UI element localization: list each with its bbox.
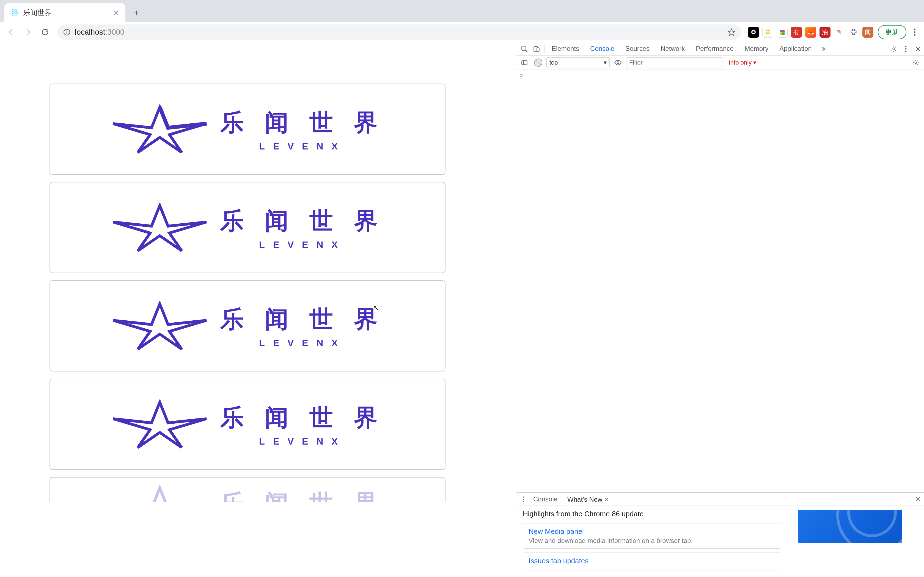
drawer-body: Highlights from the Chrome 86 update New…: [516, 506, 924, 577]
chevron-down-icon: ▾: [604, 59, 607, 66]
tab-elements[interactable]: Elements: [546, 42, 585, 55]
logo-text-en: LEVENX: [259, 239, 346, 250]
whats-new-heading: Highlights from the Chrome 86 update: [523, 510, 781, 518]
extension-icon[interactable]: ✪: [762, 27, 773, 38]
more-tabs-icon[interactable]: [817, 42, 829, 55]
logo-text-en: LEVENX: [259, 338, 346, 348]
new-tab-button[interactable]: +: [130, 6, 143, 19]
react-favicon-icon: [10, 8, 19, 17]
profile-avatar[interactable]: 闻: [863, 27, 873, 38]
live-expression-icon[interactable]: [612, 57, 624, 68]
logo-text-en: LEVENX: [259, 436, 346, 447]
browser-tab[interactable]: 乐闻世界: [5, 3, 125, 22]
console-sidebar-toggle-icon[interactable]: [519, 57, 530, 68]
toolbar: localhost:3000 ✪ 有 🦊 油 ✎ 闻 更新: [0, 22, 924, 42]
svg-point-29: [523, 501, 524, 502]
device-toggle-icon[interactable]: [530, 42, 543, 55]
reload-button[interactable]: [38, 25, 52, 39]
drawer-close-icon[interactable]: [912, 493, 924, 506]
svg-rect-12: [782, 32, 785, 35]
bookmark-star-icon[interactable]: [728, 28, 735, 36]
console-settings-icon[interactable]: [910, 57, 921, 68]
svg-point-26: [915, 62, 917, 63]
svg-point-28: [523, 499, 524, 500]
logo-card: 乐 闻 世 界LEVENX: [50, 379, 446, 470]
logo-card: 乐 闻 世 界LEVENX: [50, 477, 446, 502]
whats-new-card[interactable]: Issues tab updates: [523, 553, 781, 571]
svg-point-19: [893, 48, 895, 50]
console-toolbar: top ▾ Info only ▾: [516, 55, 924, 70]
logo-card: 乐 闻 世 界LEVENX: [50, 182, 446, 273]
logo-text-en: LEVENX: [259, 141, 346, 152]
extension-icon[interactable]: ✎: [834, 27, 845, 38]
forward-button[interactable]: [21, 25, 35, 39]
drawer-tabs: Console What's New ✕: [516, 493, 924, 506]
svg-point-13: [914, 29, 916, 30]
inspect-element-icon[interactable]: [519, 42, 530, 55]
site-info-icon[interactable]: [63, 29, 70, 36]
svg-point-27: [523, 496, 524, 498]
logo-text-cn: 乐 闻 世 界: [220, 487, 385, 502]
log-level-select[interactable]: Info only ▾: [725, 57, 760, 68]
devtools-menu-icon[interactable]: [900, 42, 912, 55]
tab-strip: 乐闻世界 +: [0, 0, 924, 22]
tab-title: 乐闻世界: [23, 8, 108, 18]
devtools-tabs: Elements Console Sources Network Perform…: [516, 42, 924, 55]
browser-window: 乐闻世界 + localhost:3000: [0, 0, 924, 577]
url-text: localhost:3000: [75, 28, 723, 37]
console-filter-input[interactable]: [626, 57, 722, 68]
svg-rect-10: [782, 30, 785, 32]
tab-application[interactable]: Application: [774, 42, 817, 55]
svg-rect-18: [537, 48, 539, 51]
extension-icon[interactable]: 油: [819, 27, 830, 38]
close-tab-icon[interactable]: [112, 9, 120, 16]
star-icon: [110, 400, 209, 449]
clear-console-icon[interactable]: [533, 57, 544, 68]
svg-point-21: [905, 48, 907, 50]
extension-icon[interactable]: [748, 27, 759, 38]
context-select[interactable]: top ▾: [546, 57, 610, 68]
devtools-close-icon[interactable]: [912, 42, 924, 55]
levenx-logo: 乐 闻 世 界LEVENX: [110, 203, 385, 252]
whats-new-media: [798, 510, 902, 543]
svg-rect-11: [780, 32, 782, 35]
logo-text-cn: 乐 闻 世 界: [220, 402, 385, 434]
levenx-logo: 乐 闻 世 界 LEVENX: [110, 105, 385, 154]
svg-point-22: [905, 50, 907, 52]
svg-point-25: [617, 61, 619, 63]
drawer-tab-console[interactable]: Console: [528, 493, 562, 506]
tab-memory[interactable]: Memory: [739, 42, 774, 55]
drawer-tab-whats-new[interactable]: What's New ✕: [562, 493, 614, 506]
console-output[interactable]: >: [516, 70, 924, 492]
tab-console[interactable]: Console: [585, 42, 620, 55]
svg-point-8: [753, 31, 754, 33]
star-icon: [110, 203, 209, 252]
devtools-settings-icon[interactable]: [888, 42, 900, 55]
tab-network[interactable]: Network: [655, 42, 690, 55]
close-icon[interactable]: ✕: [604, 496, 609, 503]
logo-card: 乐 闻 世 界LEVENX: [50, 280, 446, 371]
extension-icon[interactable]: 有: [791, 27, 802, 38]
card-desc: View and download media information on a…: [528, 537, 775, 545]
whats-new-card[interactable]: New Media panel View and download media …: [523, 523, 781, 549]
chrome-menu-icon[interactable]: [909, 25, 920, 39]
svg-rect-6: [66, 30, 67, 31]
extensions-menu-icon[interactable]: [848, 27, 859, 38]
extension-icons: ✪ 有 🦊 油 ✎ 闻: [746, 27, 875, 38]
tab-performance[interactable]: Performance: [690, 42, 739, 55]
levenx-logo: 乐 闻 世 界LEVENX: [110, 400, 385, 449]
svg-point-0: [14, 12, 15, 13]
logo-card: 乐 闻 世 界 LEVENX: [50, 84, 446, 175]
update-button[interactable]: 更新: [878, 25, 906, 39]
devtools-drawer: Console What's New ✕ Highlights from the…: [516, 492, 924, 577]
drawer-menu-icon[interactable]: [519, 493, 528, 506]
back-button[interactable]: [4, 25, 18, 39]
extension-icon[interactable]: 🦊: [805, 27, 816, 38]
svg-rect-23: [522, 60, 527, 64]
logo-text-cn: 乐 闻 世 界: [220, 205, 385, 237]
card-title: New Media panel: [528, 527, 775, 536]
address-bar[interactable]: localhost:3000: [57, 24, 741, 40]
extension-icon[interactable]: [777, 27, 788, 38]
tab-sources[interactable]: Sources: [620, 42, 655, 55]
console-prompt-icon: >: [520, 72, 523, 79]
